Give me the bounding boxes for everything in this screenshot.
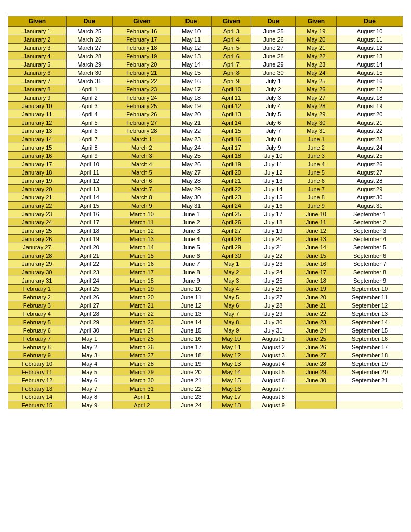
table-cell: April 26: [66, 293, 113, 301]
table-cell: Janurary 17: [8, 160, 67, 168]
table-cell: May 1: [211, 260, 251, 268]
table-cell: February 18: [113, 44, 171, 52]
table-cell: Janurary 6: [8, 69, 67, 77]
table-cell: June 11: [171, 293, 212, 301]
table-cell: June 6: [296, 177, 337, 185]
table-cell: May 30: [171, 193, 212, 202]
table-cell: March 20: [113, 293, 171, 301]
table-row: Janurary 18April 11March 5May 27April 20…: [8, 168, 403, 177]
table-cell: April 24: [66, 276, 113, 285]
table-cell: June 9: [171, 276, 212, 285]
table-cell: February 28: [113, 127, 171, 135]
table-cell: April 20: [66, 243, 113, 251]
table-cell: [337, 384, 403, 393]
table-row: Janurary 8April 1February 23May 17April …: [8, 85, 403, 94]
table-cell: April 5: [211, 44, 251, 52]
table-cell: Janurary 7: [8, 77, 67, 85]
table-row: Janurary 15April 8March 2May 24April 17J…: [8, 143, 403, 152]
table-cell: April 28: [66, 310, 113, 318]
column-header: Due: [251, 16, 296, 27]
table-cell: June 9: [296, 202, 337, 210]
table-cell: May 26: [296, 85, 337, 94]
table-cell: May 18: [171, 94, 212, 102]
table-cell: May 25: [296, 77, 337, 85]
table-cell: May 4: [66, 360, 113, 368]
table-cell: April 19: [211, 160, 251, 168]
table-cell: May 10: [211, 335, 251, 343]
table-cell: March 10: [113, 210, 171, 218]
table-cell: August 16: [337, 77, 403, 85]
table-row: Janurary 11April 4February 26May 20April…: [8, 110, 403, 118]
table-cell: Janurary 14: [8, 135, 67, 143]
table-cell: Janurary 20: [8, 185, 67, 193]
table-row: Janurary 6March 30February 21May 15April…: [8, 69, 403, 77]
table-cell: August 10: [337, 27, 403, 35]
table-cell: May 19: [296, 27, 337, 35]
table-cell: March 31: [113, 384, 171, 393]
table-cell: April 4: [211, 35, 251, 44]
table-cell: August 1: [251, 335, 296, 343]
table-cell: May 31: [171, 202, 212, 210]
table-cell: September 18: [337, 351, 403, 360]
table-cell: Janurary 3: [8, 44, 67, 52]
table-cell: September 10: [337, 285, 403, 293]
table-row: Janurary 20April 13March 7May 29April 22…: [8, 185, 403, 193]
table-row: February 9May 3March 27June 18May 12Augu…: [8, 351, 403, 360]
table-cell: August 13: [337, 52, 403, 60]
table-cell: August 6: [251, 376, 296, 384]
table-cell: August 3: [251, 351, 296, 360]
table-cell: March 15: [113, 251, 171, 260]
table-row: February 14May 8April 1June 23May 17Augu…: [8, 393, 403, 401]
table-cell: April 17: [66, 218, 113, 227]
table-cell: June 19: [296, 285, 337, 293]
table-cell: April 7: [211, 60, 251, 69]
table-cell: June 13: [296, 235, 337, 243]
table-cell: April 30: [66, 326, 113, 335]
table-cell: June 26: [251, 35, 296, 44]
table-cell: May 22: [296, 52, 337, 60]
table-cell: February 24: [113, 94, 171, 102]
table-cell: May 28: [171, 177, 212, 185]
table-cell: April 2: [66, 94, 113, 102]
table-cell: May 18: [211, 401, 251, 409]
table-cell: May 6: [211, 301, 251, 310]
table-cell: Janurary 23: [8, 210, 67, 218]
table-cell: Janurary 5: [8, 60, 67, 69]
table-cell: August 31: [337, 202, 403, 210]
table-cell: February 23: [113, 85, 171, 94]
table-cell: September 20: [337, 368, 403, 376]
table-cell: September 21: [337, 376, 403, 384]
table-row: February 2April 26March 20June 11May 5Ju…: [8, 293, 403, 301]
table-cell: March 11: [113, 218, 171, 227]
table-cell: [337, 393, 403, 401]
table-cell: July 6: [251, 118, 296, 127]
table-cell: August 4: [251, 360, 296, 368]
table-row: Janurary 13April 6February 28May 22April…: [8, 127, 403, 135]
table-cell: June 23: [296, 318, 337, 326]
table-cell: [296, 401, 337, 409]
table-cell: Janurary 30: [8, 268, 67, 276]
table-cell: April 17: [211, 143, 251, 152]
table-cell: Janurary 25: [8, 227, 67, 235]
table-cell: May 4: [211, 285, 251, 293]
table-cell: September 5: [337, 243, 403, 251]
table-row: Janurary 12April 5February 27May 21April…: [8, 118, 403, 127]
table-cell: September 9: [337, 276, 403, 285]
table-cell: May 19: [171, 102, 212, 110]
table-cell: June 21: [296, 301, 337, 310]
table-cell: August 25: [337, 152, 403, 160]
table-cell: June 8: [171, 268, 212, 276]
table-cell: June 7: [296, 185, 337, 193]
table-cell: March 23: [113, 318, 171, 326]
table-cell: April 13: [211, 110, 251, 118]
table-cell: August 28: [337, 177, 403, 185]
table-cell: September 6: [337, 251, 403, 260]
table-cell: August 14: [337, 60, 403, 69]
table-cell: Janurary 12: [8, 118, 67, 127]
table-cell: Janurary 19: [8, 177, 67, 185]
table-cell: June 30: [296, 376, 337, 384]
table-cell: May 5: [211, 293, 251, 301]
table-cell: July 31: [251, 326, 296, 335]
table-cell: June 17: [171, 343, 212, 351]
table-cell: July 22: [251, 251, 296, 260]
